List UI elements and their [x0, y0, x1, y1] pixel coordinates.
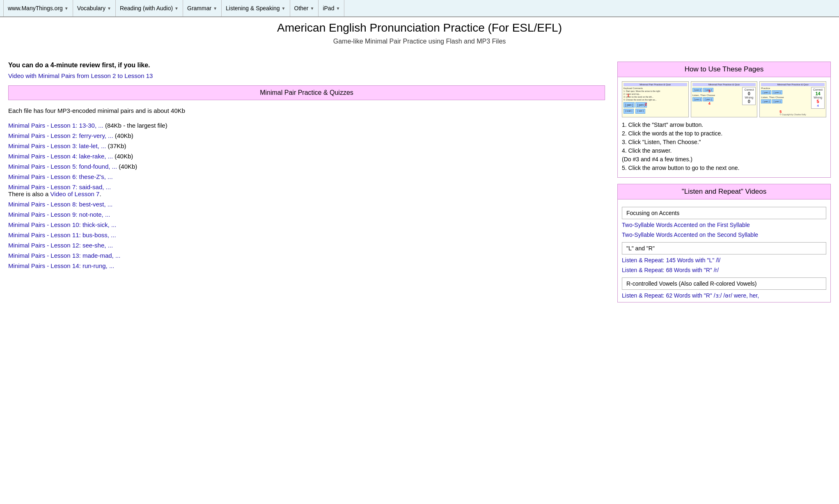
nav-label: Listening & Speaking	[226, 5, 280, 11]
correct-box: Correct 0 Wrong 0	[742, 87, 756, 105]
how-to-step-3: 3. Click "Listen, Then Choose."	[622, 139, 826, 145]
quiz-img-title-1: Minimal Pair Practice & Quiz	[624, 83, 687, 86]
nav-item-vocabulary[interactable]: Vocabulary ▼	[73, 0, 116, 16]
columns-wrapper: You can do a 4-minute review first, if y…	[0, 62, 839, 309]
quiz-word-pan2[interactable]: [ pan ]	[692, 88, 703, 92]
lesson7-video-link[interactable]: Video of Lesson 7	[50, 190, 100, 197]
lesson-6-line: Minimal Pairs - Lesson 6: these-Z's, ...	[8, 173, 605, 180]
chevron-down-icon: ▼	[336, 6, 340, 11]
lr-link-1[interactable]: Listen & Repeat: 145 Words with "L" /l/	[622, 257, 826, 263]
quiz-img-1: Minimal Pair Practice & Quiz Keyboard Co…	[622, 81, 689, 117]
lr-box: "L" and "R"	[622, 242, 826, 254]
how-to-section: How to Use These Pages Minimal Pair Prac…	[617, 62, 831, 178]
lesson-12-link[interactable]: Minimal Pairs - Lesson 12: see-she, ...	[8, 242, 113, 249]
focusing-accents-box: Focusing on Accents	[622, 207, 826, 219]
lesson-7-link[interactable]: Minimal Pairs - Lesson 7: said-sad, ...	[8, 183, 111, 190]
nav-item-reading[interactable]: Reading (with Audio) ▼	[116, 0, 183, 16]
chevron-down-icon: ▼	[310, 6, 314, 11]
lesson-5-link[interactable]: Minimal Pairs - Lesson 5: fond-found, ..…	[8, 163, 117, 170]
lesson-8-line: Minimal Pairs - Lesson 8: best-vest, ...	[8, 201, 605, 208]
quiz-word-pan4[interactable]: [ pan ]	[761, 90, 771, 94]
listen-repeat-section: "Listen and Repeat" Videos Focusing on A…	[617, 184, 831, 302]
lesson-6-link[interactable]: Minimal Pairs - Lesson 6: these-Z's, ...	[8, 173, 113, 180]
quiz-word-pen4[interactable]: [ pen ]	[772, 90, 782, 94]
how-to-step-2: 2. Click the words at the top to practic…	[622, 130, 826, 137]
quiz-num-2: 2	[645, 102, 647, 106]
lesson-3-link[interactable]: Minimal Pairs - Lesson 3: late-let, ...	[8, 142, 106, 149]
nav-label: iPad	[323, 5, 334, 11]
how-to-step-1: 1. Click the "Start" arrow button.	[622, 121, 826, 128]
quiz-word-wait[interactable]: [ wait ]	[624, 109, 634, 114]
how-to-body: Minimal Pair Practice & Quiz Keyboard Co…	[618, 77, 830, 177]
lesson-2-link[interactable]: Minimal Pairs - Lesson 2: ferry-very, ..…	[8, 132, 113, 139]
quiz-word-pen3[interactable]: [ pen ]	[703, 97, 713, 101]
quiz-word-wet[interactable]: [ wet ]	[635, 109, 645, 114]
quiz-words-3b: [ pan ] [ pen ]	[761, 99, 784, 103]
lesson-1-link[interactable]: Minimal Pairs - Lesson 1: 13-30, ...	[8, 122, 103, 129]
lesson-4-line: Minimal Pairs - Lesson 4: lake-rake, ...…	[8, 153, 605, 160]
nav-item-manythings[interactable]: www.ManyThings.org ▼	[3, 0, 73, 16]
lesson-4-extra: (40Kb)	[113, 153, 133, 160]
nav-label: Reading (with Audio)	[120, 5, 173, 11]
lesson-3-line: Minimal Pairs - Lesson 3: late-let, ... …	[8, 142, 605, 149]
quiz-num-3: 3	[708, 89, 711, 93]
lesson-12-line: Minimal Pairs - Lesson 12: see-she, ...	[8, 242, 605, 249]
body-text: Each file has four MP3-encoded minimal p…	[8, 106, 605, 116]
page-title-area: American English Pronunciation Practice …	[0, 17, 839, 49]
how-to-steps-list: 1. Click the "Start" arrow button. 2. Cl…	[622, 121, 826, 171]
quiz-num-4: 4	[708, 101, 711, 105]
lesson-14-link[interactable]: Minimal Pairs - Lesson 14: run-rung, ...	[8, 262, 114, 269]
lr-link-2[interactable]: Listen & Repeat: 68 Words with "R" /r/	[622, 267, 826, 273]
lesson-10-link[interactable]: Minimal Pairs - Lesson 10: thick-sick, .…	[8, 221, 116, 228]
right-column: How to Use These Pages Minimal Pair Prac…	[617, 62, 831, 309]
quiz-word-pan3[interactable]: [ pan ]	[692, 97, 703, 101]
nav-label: www.ManyThings.org	[8, 5, 63, 11]
lesson-8-link[interactable]: Minimal Pairs - Lesson 8: best-vest, ...	[8, 201, 112, 208]
minimal-pair-quizzes-box: Minimal Pair Practice & Quizzes	[8, 85, 605, 100]
how-to-header: How to Use These Pages	[618, 62, 830, 77]
nav-item-grammar[interactable]: Grammar ▼	[183, 0, 222, 16]
accent-link-1[interactable]: Two-Syllable Words Accented on the First…	[622, 222, 826, 228]
quiz-words-2: [ pan ] [ pen ]	[692, 88, 715, 92]
lesson-2-line: Minimal Pairs - Lesson 2: ferry-very, ..…	[8, 132, 605, 139]
quiz-word-pan5[interactable]: [ pan ]	[761, 99, 771, 103]
listen-repeat-body: Focusing on Accents Two-Syllable Words A…	[618, 199, 830, 302]
quiz-words-2b: [ pan ] [ pen ]	[692, 97, 715, 101]
lesson7-note: There is also a	[8, 190, 48, 197]
nav-item-other[interactable]: Other ▼	[290, 0, 319, 16]
lesson-13-link[interactable]: Minimal Pairs - Lesson 13: made-mad, ...	[8, 252, 120, 259]
quiz-img-2: Minimal Pair Practice & Quiz [ pan ] [ p…	[691, 81, 758, 117]
lesson-9-link[interactable]: Minimal Pairs - Lesson 9: not-note, ...	[8, 211, 110, 218]
intro-video-link[interactable]: Video with Minimal Pairs from Lesson 2 t…	[8, 72, 153, 79]
lesson-9-line: Minimal Pairs - Lesson 9: not-note, ...	[8, 211, 605, 218]
lesson-4-link[interactable]: Minimal Pairs - Lesson 4: lake-rake, ...	[8, 153, 113, 160]
accent-link-2[interactable]: Two-Syllable Words Accented on the Secon…	[622, 231, 826, 238]
quiz-copyright: © Copyright by Charles Kelly	[780, 113, 806, 116]
lesson-11-link[interactable]: Minimal Pairs - Lesson 11: bus-boss, ...	[8, 231, 116, 238]
page-title: American English Pronunciation Practice …	[0, 21, 839, 34]
quiz-words-3: [ pan ] [ pen ]	[761, 90, 784, 94]
nav-item-listening[interactable]: Listening & Speaking ▼	[222, 0, 290, 16]
how-to-step-5: 5. Click the arrow button to go to the n…	[622, 165, 826, 171]
quiz-images: Minimal Pair Practice & Quiz Keyboard Co…	[622, 81, 826, 117]
quiz-word-pan[interactable]: [ pan ]	[624, 102, 635, 108]
lesson-5-extra: (40Kb)	[117, 163, 137, 170]
how-to-step-note: (Do #3 and #4 a few times.)	[622, 156, 826, 163]
lesson-1-extra: (84Kb - the largest file)	[103, 122, 167, 129]
lesson-10-line: Minimal Pairs - Lesson 10: thick-sick, .…	[8, 221, 605, 228]
chevron-down-icon: ▼	[174, 6, 179, 11]
how-to-step-4: 4. Click the answer.	[622, 147, 826, 154]
nav-item-ipad[interactable]: iPad ▼	[319, 0, 344, 16]
quiz-img-title-3: Minimal Pair Practice & Quiz	[761, 83, 825, 86]
chevron-down-icon: ▼	[107, 6, 111, 11]
quiz-num-1: 1	[627, 93, 629, 97]
lesson7-end: .	[99, 190, 101, 197]
quiz-word-pen5[interactable]: [ pen ]	[772, 99, 782, 103]
r-controlled-link[interactable]: Listen & Repeat: 62 Words with "R" /ɜː/ …	[622, 292, 826, 299]
quiz-img-body-1: Keyboard Comments 1- Start quiz. Move th…	[624, 87, 687, 114]
lesson-11-line: Minimal Pairs - Lesson 11: bus-boss, ...	[8, 231, 605, 238]
listen-repeat-header: "Listen and Repeat" Videos	[618, 184, 830, 199]
lesson-3-extra: (37Kb)	[106, 142, 126, 149]
chevron-down-icon: ▼	[64, 6, 69, 11]
navbar: www.ManyThings.org ▼ Vocabulary ▼ Readin…	[0, 0, 839, 17]
